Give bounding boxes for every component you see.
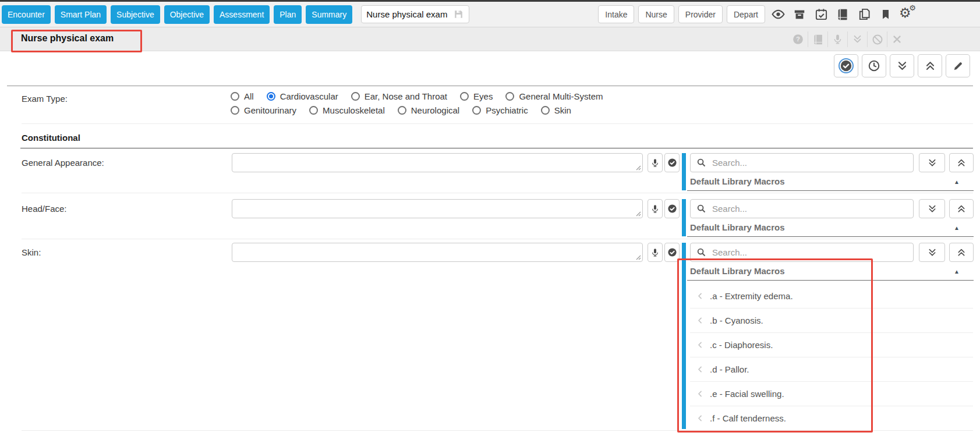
radio-psychiatric[interactable]: Psychiatric [472, 105, 528, 115]
ban-icon[interactable] [867, 31, 887, 47]
archive-icon[interactable] [791, 4, 808, 25]
macro-label: .e - Facial swelling. [710, 389, 784, 399]
help-icon[interactable]: ? [788, 31, 808, 47]
expand-all-button[interactable] [919, 243, 945, 262]
microphone-icon[interactable] [827, 31, 847, 47]
collapse-caret-icon[interactable]: ▲ [954, 225, 960, 231]
radio-row-1: All Cardiovascular Ear, Nose and Throat … [231, 91, 603, 101]
radio-all[interactable]: All [231, 91, 254, 101]
macro-item-e[interactable]: .e - Facial swelling. [690, 381, 973, 406]
book-icon[interactable] [834, 4, 851, 25]
gears-icon[interactable]: ⚙⚙ [898, 4, 916, 25]
confirm-check-button[interactable] [664, 199, 680, 218]
radio-circle-icon[interactable] [505, 92, 514, 101]
macro-label: .c - Diaphoresis. [710, 340, 773, 350]
general-appearance-textarea[interactable] [232, 153, 643, 172]
radio-cardiovascular[interactable]: Cardiovascular [267, 91, 338, 101]
save-icon[interactable] [453, 9, 464, 20]
macro-search-input[interactable] [711, 157, 907, 168]
radio-general-multi-system[interactable]: General Multi-System [505, 91, 603, 101]
dictate-microphone-button[interactable] [648, 199, 663, 218]
macro-item-b[interactable]: .b - Cyanosis. [690, 308, 973, 332]
provider-button[interactable]: Provider [678, 5, 723, 23]
radio-circle-icon[interactable] [309, 106, 318, 115]
dictate-microphone-button[interactable] [648, 243, 663, 262]
macro-item-a[interactable]: .a - Extremity edema. [690, 283, 973, 308]
confirm-check-button[interactable] [664, 243, 680, 262]
field-label: General Appearance: [22, 158, 104, 168]
macro-label: .f - Calf tenderness. [710, 413, 786, 423]
radio-ear-nose-throat[interactable]: Ear, Nose and Throat [351, 91, 447, 101]
chevrons-up-button[interactable] [918, 54, 942, 77]
tab-plan[interactable]: Plan [274, 5, 302, 24]
macro-search-box[interactable] [690, 153, 914, 172]
macro-label: .d - Pallor. [710, 364, 749, 374]
macro-search-input[interactable] [711, 247, 907, 258]
macro-search-input[interactable] [711, 203, 907, 214]
title-bar: Nurse physical exam ? [0, 27, 980, 51]
tab-encounter[interactable]: Encounter [2, 5, 51, 24]
pencil-button[interactable] [946, 54, 970, 77]
chevron-left-icon [696, 292, 705, 300]
macro-search-box[interactable] [690, 243, 914, 262]
calendar-check-icon[interactable] [812, 4, 830, 25]
dictate-microphone-button[interactable] [648, 153, 663, 172]
close-icon[interactable] [887, 31, 907, 47]
collapse-caret-icon[interactable]: ▲ [954, 269, 960, 275]
template-name-box[interactable]: Nurse physical exam [361, 5, 469, 23]
intake-button[interactable]: Intake [598, 5, 634, 23]
chevron-left-icon [696, 414, 705, 423]
chevrons-down-button[interactable] [890, 54, 914, 77]
expand-all-button[interactable] [919, 199, 945, 218]
depart-button[interactable]: Depart [727, 5, 765, 23]
bookmark-icon[interactable] [877, 4, 894, 25]
copy-icon[interactable] [855, 4, 873, 25]
constitutional-underline [20, 148, 973, 148]
macro-item-c[interactable]: .c - Diaphoresis. [690, 332, 973, 357]
radio-circle-icon[interactable] [460, 92, 469, 101]
radio-neurological[interactable]: Neurological [398, 105, 459, 115]
accent-bar [682, 243, 686, 429]
radio-circle-icon[interactable] [231, 92, 239, 101]
tab-smart-plan[interactable]: Smart Plan [55, 5, 107, 24]
tab-objective[interactable]: Objective [164, 5, 210, 24]
actions-row [834, 54, 970, 77]
book-icon[interactable] [808, 31, 827, 47]
chevrons-down-icon[interactable] [847, 31, 867, 47]
confirm-check-button[interactable] [664, 153, 680, 172]
macro-search-box[interactable] [690, 199, 914, 218]
radio-label: Genitourinary [244, 105, 296, 115]
collapse-all-button[interactable] [949, 243, 974, 262]
tab-summary[interactable]: Summary [306, 5, 352, 24]
macro-item-f[interactable]: .f - Calf tenderness. [690, 406, 973, 430]
head-face-textarea[interactable] [232, 199, 643, 218]
exam-row-head-face: Head/Face: Default Library Macros ▲ [0, 199, 980, 239]
tab-subjective[interactable]: Subjective [111, 5, 160, 24]
macro-item-d[interactable]: .d - Pallor. [690, 357, 973, 381]
radio-circle-icon[interactable] [231, 106, 239, 115]
expand-all-button[interactable] [919, 153, 945, 172]
clock-button[interactable] [862, 54, 886, 77]
collapse-caret-icon[interactable]: ▲ [954, 179, 960, 185]
skin-textarea[interactable] [232, 243, 643, 262]
radio-circle-icon[interactable] [472, 106, 481, 115]
nurse-button[interactable]: Nurse [638, 5, 674, 23]
macros-section-title: Default Library Macros [690, 176, 785, 186]
eye-icon[interactable] [769, 4, 787, 25]
radio-circle-icon[interactable] [267, 92, 275, 101]
macros-section-title: Default Library Macros [690, 222, 785, 232]
radio-eyes[interactable]: Eyes [460, 91, 493, 101]
svg-text:?: ? [796, 36, 800, 42]
tab-assessment[interactable]: Assessment [214, 5, 270, 24]
collapse-all-button[interactable] [949, 153, 974, 172]
radio-genitourinary[interactable]: Genitourinary [231, 105, 296, 115]
radio-musculoskeletal[interactable]: Musculoskeletal [309, 105, 385, 115]
search-icon [696, 158, 706, 168]
collapse-all-button[interactable] [949, 199, 974, 218]
accent-bar [682, 153, 686, 190]
radio-skin[interactable]: Skin [541, 105, 571, 115]
radio-circle-icon[interactable] [351, 92, 360, 101]
check-circle-button[interactable] [834, 54, 858, 77]
radio-circle-icon[interactable] [398, 106, 406, 115]
radio-circle-icon[interactable] [541, 106, 550, 115]
